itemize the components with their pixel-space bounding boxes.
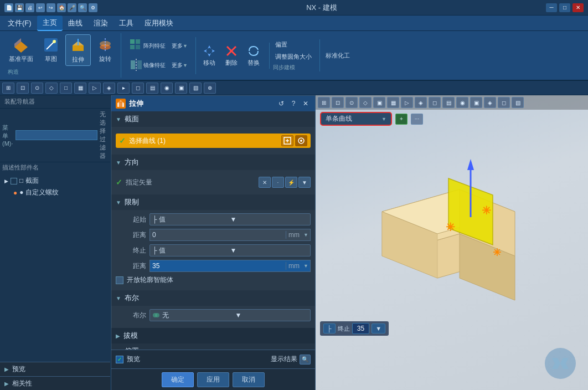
sub-toolbar-btn-6[interactable]: ▦	[74, 83, 86, 94]
preview-checkbox[interactable]: ✓	[116, 356, 123, 363]
section-bool-header[interactable]: ▼ 布尔	[111, 290, 315, 306]
sub-toolbar-btn-1[interactable]: ⊞	[2, 83, 14, 94]
limit-start-dist-dropdown[interactable]: ▼	[302, 232, 310, 238]
limit-end-dist-input[interactable]	[150, 262, 286, 270]
sub-toolbar-btn-2[interactable]: ⊡	[17, 83, 29, 94]
select-curve-btn-2[interactable]	[295, 135, 307, 146]
vp-btn-2[interactable]: ⊡	[332, 97, 344, 108]
app-icon-4[interactable]: ↩	[36, 3, 45, 12]
vp-btn-6[interactable]: ▦	[387, 97, 399, 108]
extrude-dropdown-btn[interactable]: ▼	[372, 324, 385, 333]
vp-btn-14[interactable]: ◻	[498, 97, 510, 108]
vp-btn-13[interactable]: ◈	[484, 97, 496, 108]
toolbar-btn-datum-plane[interactable]: 基准平面	[6, 34, 37, 65]
menu-tools[interactable]: 工具	[114, 16, 139, 30]
toolbar-btn-mirror-feature[interactable]: 镜像特征	[127, 57, 168, 74]
section-direction-header[interactable]: ▼ 方向	[111, 155, 315, 170]
toolbar-btn-adjust-fillet[interactable]: 调整圆角大小	[273, 52, 314, 62]
sub-toolbar-btn-4[interactable]: ◇	[45, 83, 58, 94]
minimize-btn[interactable]: ─	[546, 3, 557, 12]
limit-end-dropdown[interactable]: ├ 值 ▼	[149, 244, 311, 256]
dir-btn-down[interactable]: ▼	[298, 177, 311, 188]
cancel-button[interactable]: 取消	[233, 372, 265, 387]
toolbar-btn-replace[interactable]: 替换	[244, 43, 264, 69]
limit-start-dropdown[interactable]: ├ 值 ▼	[149, 213, 311, 225]
toolbar-btn-revolve[interactable]: 旋转	[93, 34, 117, 65]
vp-btn-8[interactable]: ◈	[415, 97, 427, 108]
app-icon-8[interactable]: 🔍	[78, 3, 87, 12]
limit-start-dist-input[interactable]	[150, 231, 286, 239]
vp-btn-11[interactable]: ◉	[456, 97, 468, 108]
menu-curve[interactable]: 曲线	[63, 16, 88, 30]
close-btn[interactable]: ✕	[572, 3, 584, 12]
bottom-section-preview[interactable]: ▶ 预览	[0, 362, 110, 377]
vp-btn-4[interactable]: ◇	[359, 97, 372, 108]
vp-btn-15[interactable]: ▧	[512, 97, 524, 108]
toolbar-btn-extrude[interactable]: 拉伸	[65, 34, 91, 66]
menu-render[interactable]: 渲染	[88, 16, 114, 30]
extrude-end-value[interactable]: 35	[352, 323, 369, 334]
open-outline-checkbox[interactable]	[116, 276, 123, 284]
section-offset-header[interactable]: ▼ 偏置	[111, 343, 315, 350]
display-result-label[interactable]: 显示结果	[271, 355, 297, 364]
sub-toolbar-btn-3[interactable]: ⊙	[31, 83, 43, 94]
filter-menu-label[interactable]: 菜单(M)·	[2, 124, 13, 147]
toolbar-btn-more-2[interactable]: 更多 ▼	[169, 57, 190, 74]
toolbar-btn-delete[interactable]: 删除	[221, 43, 241, 69]
app-icon-9[interactable]: ⚙	[89, 3, 97, 12]
vp-btn-3[interactable]: ⊙	[345, 97, 358, 108]
toolbar-btn-normalize[interactable]: 标准化工	[323, 50, 352, 61]
sub-toolbar-btn-14[interactable]: ▧	[189, 83, 202, 94]
curve-select-container[interactable]: 单条曲线 ▼	[320, 112, 392, 126]
vp-add-btn[interactable]: +	[395, 114, 408, 125]
app-icon-3[interactable]: 🖨	[25, 3, 34, 12]
dialog-refresh-btn[interactable]: ↺	[276, 99, 286, 109]
sub-toolbar-btn-8[interactable]: ◈	[103, 83, 115, 94]
toolbar-btn-move[interactable]: 移动	[199, 43, 219, 69]
apply-button[interactable]: 应用	[197, 372, 229, 387]
vp-btn-10[interactable]: ▤	[442, 97, 455, 108]
sub-toolbar-btn-10[interactable]: ◻	[132, 83, 144, 94]
sub-toolbar-btn-9[interactable]: ▸	[117, 83, 130, 94]
select-curve-btn-1[interactable]	[281, 135, 293, 146]
bottom-section-related[interactable]: ▶ 相关性	[0, 377, 110, 390]
sub-toolbar-btn-7[interactable]: ▷	[89, 83, 101, 94]
maximize-btn[interactable]: □	[559, 3, 570, 12]
extrude-start-btn[interactable]: ├	[323, 324, 336, 333]
confirm-button[interactable]: 确定	[162, 372, 194, 387]
display-result-btn[interactable]: 🔍	[300, 355, 311, 365]
dir-btn-bolt[interactable]: ⚡	[285, 177, 297, 188]
vp-btn-7[interactable]: ▷	[401, 97, 413, 108]
dialog-help-btn[interactable]: ?	[288, 99, 298, 109]
dir-btn-x[interactable]: ✕	[259, 177, 271, 188]
toolbar-btn-more-1[interactable]: 更多 ▼	[169, 37, 190, 55]
app-icon-1[interactable]: 📄	[4, 3, 13, 12]
app-icon-2[interactable]: 💾	[15, 3, 24, 12]
section-section-header[interactable]: ▼ 截面	[111, 111, 315, 127]
vp-btn-9[interactable]: ◻	[429, 97, 441, 108]
nav-item-section[interactable]: ▶ □ 截面	[2, 175, 108, 187]
app-icon-5[interactable]: ↪	[47, 3, 55, 12]
sub-toolbar-btn-13[interactable]: ▣	[175, 83, 187, 94]
sub-toolbar-btn-15[interactable]: ⊕	[204, 83, 216, 94]
dir-btn-dot[interactable]: ·	[272, 177, 284, 188]
vp-more-btn[interactable]: ···	[411, 114, 423, 125]
vp-btn-5[interactable]: ▣	[373, 97, 385, 108]
sub-toolbar-btn-5[interactable]: □	[60, 83, 72, 94]
menu-modules[interactable]: 应用模块	[139, 16, 179, 30]
vp-btn-12[interactable]: ▣	[470, 97, 482, 108]
menu-home[interactable]: 主页	[37, 16, 63, 31]
app-icon-7[interactable]: 🎤	[68, 3, 76, 12]
nav-item-custom-thread[interactable]: ● ● 自定义螺纹	[2, 187, 108, 198]
filter-input[interactable]	[16, 130, 97, 140]
bool-dropdown[interactable]: 无 ▼	[149, 309, 311, 321]
toolbar-btn-array-feature[interactable]: 阵列特征	[127, 37, 168, 55]
toolbar-btn-offset[interactable]: 偏置	[273, 39, 290, 50]
sub-toolbar-btn-11[interactable]: ▤	[146, 83, 158, 94]
app-icon-6[interactable]: 🏠	[57, 3, 66, 12]
vp-btn-1[interactable]: ⊞	[318, 97, 330, 108]
limit-end-dist-dropdown[interactable]: ▼	[302, 263, 310, 269]
section-limit-header[interactable]: ▼ 限制	[111, 194, 315, 210]
toolbar-btn-sketch[interactable]: 草图	[39, 34, 63, 65]
sub-toolbar-btn-12[interactable]: ◉	[161, 83, 173, 94]
